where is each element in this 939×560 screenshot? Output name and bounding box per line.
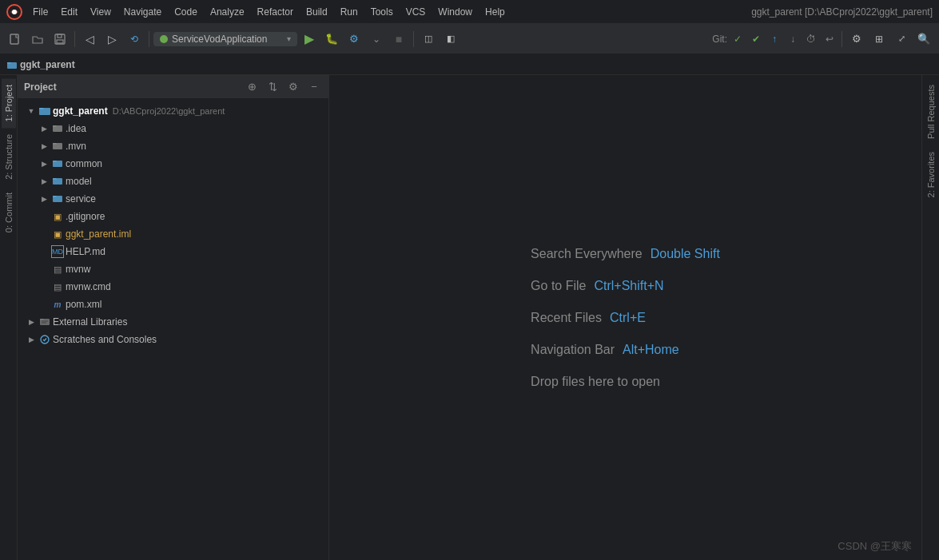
menu-analyze[interactable]: Analyze [205,5,250,19]
tree-arrow-ext-libs: ▶ [26,316,37,328]
run-config-dropdown-icon: ▾ [287,34,291,43]
hint-row-search: Search Everywhere Double Shift [531,247,720,261]
revert-button[interactable]: ⟲ [124,29,145,50]
tree-item-help[interactable]: ▶ MD HELP.md [18,243,328,260]
tree-item-mvn[interactable]: ▶ .mvn [18,137,328,155]
git-update-button[interactable]: ✓ [730,31,746,47]
tree-label-model: model [66,176,92,187]
folder-icon-service [51,193,64,205]
tree-item-scratches[interactable]: ▶ Scratches and Consoles [18,331,328,348]
git-pull-button[interactable]: ↓ [785,31,801,47]
tree-item-mvnw[interactable]: ▶ ▤ mvnw [18,260,328,278]
tree-label-mvnwcmd: mvnw.cmd [66,281,111,292]
panel-settings-btn[interactable]: ⚙ [285,79,301,95]
sidebar-tab-pull-requests[interactable]: Pull Requests [924,78,938,145]
tree-label-gitignore: .gitignore [66,211,105,222]
tree-item-iml[interactable]: ▶ ▣ ggkt_parent.iml [18,225,328,243]
file-icon-mvnw: ▤ [51,263,64,276]
menu-refactor[interactable]: Refactor [252,5,299,19]
svg-rect-4 [58,34,62,38]
profile-button[interactable]: ◫ [418,29,439,50]
more-run-button[interactable]: ⌄ [366,29,387,50]
run-config-dot [160,35,168,43]
svg-rect-2 [10,34,18,44]
editor-area: Search Everywhere Double Shift Go to Fil… [329,75,921,560]
run-button[interactable]: ▶ [299,29,320,50]
breadcrumb: ggkt_parent [6,59,75,70]
panel-options-btn[interactable]: ⇅ [265,79,281,95]
tree-item-idea[interactable]: ▶ .idea [18,120,328,137]
menu-window[interactable]: Window [432,5,478,19]
menu-tools[interactable]: Tools [365,5,399,19]
open-button[interactable] [27,29,48,50]
git-commit-button[interactable]: ✔ [748,31,764,47]
file-icon-help: MD [51,245,64,258]
toolbar-separator-1 [74,31,75,47]
file-icon-iml: ▣ [51,228,64,240]
menu-file[interactable]: File [27,5,54,19]
tree-label-mvnw: mvnw [66,264,90,275]
tree-item-gitignore[interactable]: ▶ ▣ .gitignore [18,208,328,225]
tree-label-common: common [66,158,102,169]
panel-add-btn[interactable]: ⊕ [244,79,260,95]
fullscreen-button[interactable]: ⤢ [891,29,912,50]
tree-arrow-model: ▶ [38,176,50,187]
menu-edit[interactable]: Edit [55,5,83,19]
hint-file-shortcut: Ctrl+Shift+N [594,279,663,293]
stop-button[interactable]: ■ [388,29,409,50]
sidebar-tab-structure[interactable]: 2: Structure [2,128,16,186]
coverage-button[interactable]: ⚙ [344,29,364,50]
panel-minimize-btn[interactable]: − [306,79,322,95]
tree-item-service[interactable]: ▶ service [18,190,328,208]
hint-recent-label: Recent Files [531,311,602,325]
new-file-button[interactable] [5,29,26,50]
git-history-button[interactable]: ⏱ [803,31,819,47]
folder-icon-mvn [51,140,64,153]
menu-build[interactable]: Build [300,5,333,19]
folder-icon-ext-libs [38,316,51,328]
menu-navigate[interactable]: Navigate [118,5,167,19]
tree-arrow-idea: ▶ [38,123,50,134]
folder-icon-scratches [38,333,51,346]
git-label: Git: [712,34,727,45]
welcome-hints: Search Everywhere Double Shift Go to Fil… [531,247,720,389]
tree-item-external-libs[interactable]: ▶ External Libraries [18,313,328,331]
git-revert-button[interactable]: ↩ [822,31,838,47]
main-area: 1: Project 2: Structure 0: Commit Projec… [0,75,939,560]
toolbar-separator-2 [149,31,149,47]
project-panel: Project ⊕ ⇅ ⚙ − ▼ ggkt_parent D:\ABCproj… [18,75,329,560]
breadcrumb-text: ggkt_parent [20,59,75,70]
title-bar: File Edit View Navigate Code Analyze Ref… [0,0,939,24]
layout-button[interactable]: ⊞ [869,29,889,50]
menu-help[interactable]: Help [479,5,511,19]
tree-item-pomxml[interactable]: ▶ m pom.xml [18,296,328,313]
git-push-button[interactable]: ↑ [766,31,782,47]
tree-item-mvnwcmd[interactable]: ▶ ▤ mvnw.cmd [18,278,328,296]
coverage2-button[interactable]: ◧ [440,29,461,50]
sidebar-tab-project[interactable]: 1: Project [2,78,16,128]
tree-root-path: D:\ABCproj2022\ggkt_parent [113,106,225,116]
tree-item-common[interactable]: ▶ common [18,155,328,173]
search-everywhere-button[interactable]: 🔍 [913,29,934,50]
tree-arrow-common: ▶ [38,158,50,169]
run-config-selector[interactable]: ServiceVodApplication ▾ [153,32,297,46]
sidebar-tab-commit[interactable]: 0: Commit [2,186,16,239]
forward-button[interactable]: ▷ [101,29,122,50]
back-button[interactable]: ◁ [79,29,100,50]
breadcrumb-bar: ggkt_parent [0,54,939,75]
menu-code[interactable]: Code [169,5,203,19]
tree-root[interactable]: ▼ ggkt_parent D:\ABCproj2022\ggkt_parent [18,102,328,120]
settings-button[interactable]: ⚙ [846,29,867,50]
tree-item-model[interactable]: ▶ model [18,173,328,190]
debug-button[interactable]: 🐛 [321,29,342,50]
menu-view[interactable]: View [85,5,117,19]
menu-bar: File Edit View Navigate Code Analyze Ref… [27,5,751,19]
menu-run[interactable]: Run [335,5,364,19]
hint-recent-shortcut: Ctrl+E [610,311,646,325]
save-button[interactable] [50,29,70,50]
tree-label-pomxml: pom.xml [66,299,101,310]
sidebar-tab-favorites[interactable]: 2: Favorites [924,145,938,204]
menu-vcs[interactable]: VCS [400,5,432,19]
file-icon-gitignore: ▣ [51,210,64,223]
folder-icon-idea [51,122,64,135]
